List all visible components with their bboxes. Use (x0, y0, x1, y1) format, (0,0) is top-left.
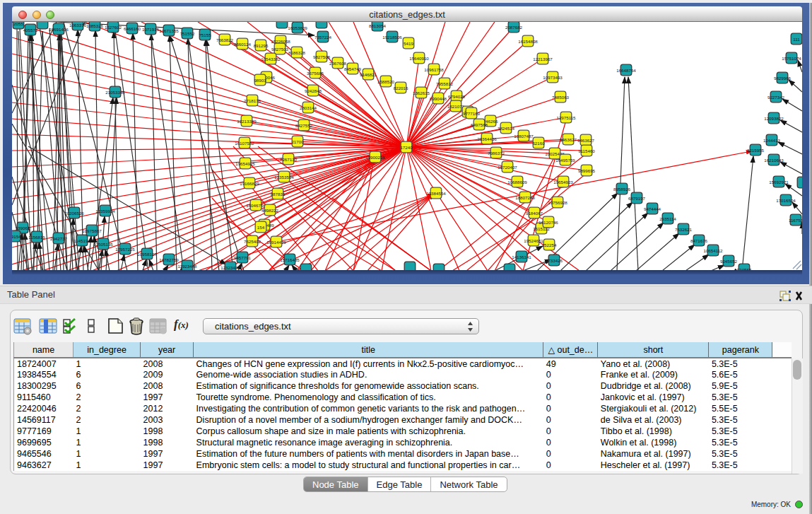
svg-text:2718176: 2718176 (244, 98, 261, 103)
svg-text:16914479: 16914479 (266, 240, 286, 245)
svg-text:2803144: 2803144 (300, 105, 317, 110)
svg-text:5419: 5419 (404, 41, 413, 46)
svg-text:16495759: 16495759 (555, 158, 575, 163)
svg-text:7632621: 7632621 (675, 227, 693, 232)
svg-text:822016: 822016 (394, 86, 408, 90)
svg-text:15692971: 15692971 (769, 180, 789, 185)
svg-text:1588520: 1588520 (377, 79, 395, 84)
svg-text:17359924: 17359924 (95, 209, 115, 214)
svg-text:3824514: 3824514 (498, 126, 515, 131)
svg-text:15716485: 15716485 (280, 257, 300, 262)
svg-text:111: 111 (793, 37, 800, 42)
svg-text:15640910: 15640910 (409, 56, 429, 61)
svg-text:9463627: 9463627 (577, 138, 595, 143)
svg-text:9146821: 9146821 (360, 72, 377, 77)
svg-text:12975115: 12975115 (556, 115, 576, 120)
svg-text:9827503: 9827503 (271, 47, 289, 52)
svg-text:15751074: 15751074 (782, 56, 801, 61)
svg-text:9829966: 9829966 (774, 76, 792, 81)
svg-text:17016504: 17016504 (776, 198, 796, 203)
svg-text:1063376: 1063376 (69, 23, 87, 28)
svg-text:21053346: 21053346 (105, 90, 125, 95)
svg-text:62160: 62160 (532, 141, 545, 146)
svg-text:252254: 252254 (542, 243, 557, 247)
svg-text:10807487: 10807487 (514, 134, 534, 139)
svg-text:1085326: 1085326 (86, 23, 104, 28)
svg-text:7485063: 7485063 (552, 95, 570, 100)
svg-text:16154808: 16154808 (518, 39, 538, 44)
svg-text:8215955: 8215955 (747, 148, 765, 153)
svg-text:18807249: 18807249 (515, 195, 535, 200)
svg-text:12213967: 12213967 (533, 57, 553, 62)
svg-text:16053809: 16053809 (288, 25, 307, 30)
svg-text:10958107: 10958107 (137, 252, 157, 257)
svg-text:7986372: 7986372 (488, 151, 505, 156)
svg-text:15720407: 15720407 (498, 165, 517, 170)
svg-text:19166829: 19166829 (240, 181, 259, 186)
svg-text:17240: 17240 (400, 145, 413, 150)
svg-text:16046756: 16046756 (246, 203, 266, 208)
svg-text:9245652: 9245652 (720, 259, 738, 264)
svg-text:8454749: 8454749 (344, 66, 362, 71)
svg-text:891295: 891295 (254, 43, 269, 48)
svg-text:10961758: 10961758 (424, 67, 444, 72)
svg-text:9899695: 9899695 (578, 168, 596, 173)
svg-text:6794028: 6794028 (448, 94, 466, 99)
svg-text:2367608: 2367608 (329, 61, 347, 66)
svg-text:9463627: 9463627 (560, 137, 577, 142)
svg-text:21700: 21700 (291, 139, 304, 144)
svg-text:8186328: 8186328 (288, 50, 306, 55)
svg-text:2087682: 2087682 (505, 25, 523, 30)
svg-text:154: 154 (257, 225, 265, 230)
svg-text:9115460: 9115460 (578, 148, 595, 153)
svg-text:19384554: 19384554 (426, 191, 446, 196)
svg-text:7663822: 7663822 (216, 37, 234, 42)
svg-text:12505135: 12505135 (93, 242, 113, 247)
svg-text:8958926: 8958926 (613, 187, 631, 192)
svg-text:10973493: 10973493 (543, 75, 563, 80)
svg-text:10975867: 10975867 (82, 228, 102, 233)
svg-text:1244413: 1244413 (763, 138, 781, 143)
svg-text:19756928: 19756928 (548, 200, 567, 205)
svg-text:39154: 39154 (12, 234, 21, 239)
svg-text:8471676: 8471676 (690, 238, 708, 243)
svg-text:16210643: 16210643 (764, 158, 784, 163)
svg-text:7625402: 7625402 (244, 239, 261, 244)
svg-text:14136141: 14136141 (512, 255, 531, 259)
svg-text:8267130: 8267130 (280, 157, 298, 162)
svg-text:8813054: 8813054 (369, 23, 387, 28)
svg-text:7357224: 7357224 (314, 35, 332, 40)
svg-text:7955812: 7955812 (436, 81, 454, 86)
svg-text:8990448: 8990448 (430, 96, 447, 101)
svg-text:19654925: 19654925 (235, 161, 255, 166)
svg-text:19524651: 19524651 (524, 238, 543, 243)
svg-text:10654112: 10654112 (703, 248, 723, 253)
svg-text:12213389: 12213389 (237, 119, 257, 124)
svg-text:10543382: 10543382 (261, 57, 281, 62)
svg-text:9777169: 9777169 (463, 111, 481, 116)
svg-text:2935114: 2935114 (659, 216, 676, 221)
svg-text:16120746: 16120746 (539, 220, 558, 225)
svg-text:16782759: 16782759 (159, 257, 179, 262)
svg-text:9827508: 9827508 (313, 54, 331, 59)
svg-text:2055: 2055 (13, 22, 23, 26)
svg-text:8427552: 8427552 (295, 123, 313, 128)
svg-text:19654923: 19654923 (553, 180, 573, 185)
svg-text:6466160: 6466160 (124, 26, 141, 31)
svg-text:8660124: 8660124 (234, 42, 252, 47)
svg-text:12093822: 12093822 (764, 116, 784, 121)
svg-text:9457791: 9457791 (234, 255, 252, 260)
svg-text:16648764: 16648764 (616, 68, 636, 73)
svg-text:20206526: 20206526 (64, 211, 84, 216)
svg-text:9227342: 9227342 (767, 95, 785, 100)
svg-text:16107552: 16107552 (235, 141, 254, 146)
svg-text:1362615: 1362615 (413, 90, 430, 95)
svg-text:751552: 751552 (180, 31, 195, 36)
svg-text:887831: 887831 (271, 192, 286, 197)
svg-text:939061: 939061 (16, 226, 30, 230)
svg-text:3675685: 3675685 (307, 71, 324, 76)
svg-text:12323448: 12323448 (220, 265, 240, 270)
svg-text:4498222: 4498222 (261, 208, 279, 213)
svg-text:10688609: 10688609 (507, 180, 527, 185)
svg-text:1156819: 1156819 (28, 235, 45, 240)
